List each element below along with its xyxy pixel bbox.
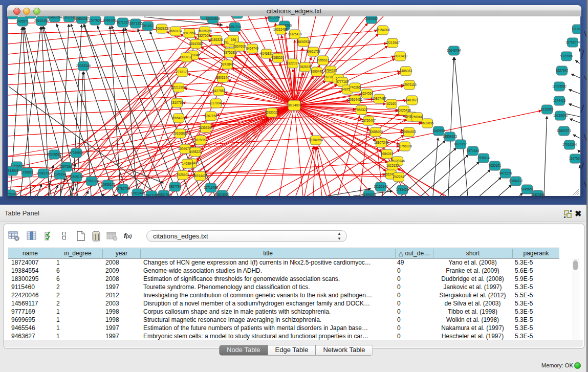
svg-text:12213967: 12213967 [385, 41, 400, 45]
svg-text:7663822: 7663822 [156, 27, 168, 30]
svg-text:16543362: 16543362 [189, 42, 204, 46]
svg-text:12505135: 12505135 [69, 175, 84, 179]
svg-text:10025438: 10025438 [397, 108, 411, 112]
svg-text:8813054: 8813054 [268, 16, 280, 19]
svg-text:19384554: 19384554 [309, 138, 323, 142]
svg-text:140994: 140994 [182, 162, 193, 165]
svg-text:9794028: 9794028 [324, 69, 337, 72]
svg-text:2867608: 2867608 [233, 45, 246, 48]
svg-text:546: 546 [231, 38, 236, 41]
svg-text:12975115: 12975115 [402, 83, 417, 86]
svg-text:19756928: 19756928 [398, 144, 412, 148]
svg-text:16671355: 16671355 [128, 21, 143, 25]
svg-text:8186328: 8186328 [210, 38, 223, 41]
svg-text:18858923: 18858923 [443, 135, 458, 138]
svg-text:3913905: 3913905 [8, 169, 19, 172]
svg-text:12213369: 12213369 [171, 85, 186, 89]
svg-text:41395376: 41395376 [362, 193, 377, 196]
svg-text:317004: 317004 [210, 101, 222, 105]
svg-text:20691406: 20691406 [34, 19, 49, 23]
svg-text:10807487: 10807487 [372, 97, 387, 100]
svg-text:8322037: 8322037 [287, 61, 299, 65]
svg-text:1156819: 1156819 [21, 170, 34, 174]
svg-text:18807249: 18807249 [374, 141, 389, 144]
svg-text:5498222: 5498222 [189, 150, 202, 154]
svg-text:8878352: 8878352 [194, 138, 207, 142]
svg-text:23975867: 23975867 [59, 165, 74, 168]
svg-text:10688609: 10688609 [368, 130, 383, 134]
svg-text:7632621: 7632621 [489, 164, 502, 167]
svg-text:9329966: 9329966 [560, 54, 573, 58]
svg-text:15136141: 15136141 [374, 185, 388, 188]
svg-text:9242848: 9242848 [221, 62, 234, 66]
svg-text:19654925: 19654925 [171, 116, 186, 120]
svg-text:10958107: 10958107 [101, 183, 116, 186]
svg-text:15692971: 15692971 [557, 129, 572, 133]
svg-text:1588520: 1588520 [272, 56, 285, 59]
svg-text:8427552: 8427552 [213, 89, 226, 93]
svg-text:7986322: 7986322 [355, 108, 368, 112]
svg-text:16782759: 16782759 [116, 187, 130, 190]
svg-text:19166827: 19166827 [173, 132, 188, 135]
svg-text:7857224: 7857224 [229, 25, 242, 29]
svg-text:62160: 62160 [387, 102, 396, 105]
svg-text:9857791: 9857791 [169, 185, 182, 188]
svg-text:12093582: 12093582 [552, 84, 567, 88]
svg-text:2803144: 2803144 [216, 76, 229, 79]
svg-text:2935114: 2935114 [477, 156, 490, 160]
svg-text:15930027: 15930027 [265, 111, 279, 114]
svg-text:10648784: 10648784 [447, 49, 462, 52]
svg-text:16154808: 16154808 [376, 28, 390, 32]
svg-text:10855287: 10855287 [75, 17, 90, 20]
svg-text:1733426: 1733426 [396, 188, 409, 191]
svg-text:8990448: 8990448 [311, 70, 323, 73]
svg-text:10654112: 10654112 [509, 179, 523, 183]
svg-text:8267150: 8267150 [205, 114, 217, 118]
svg-text:15716485: 15716485 [204, 186, 219, 189]
svg-text:9146821: 9146821 [260, 52, 273, 55]
svg-text:79402654: 79402654 [48, 16, 62, 19]
svg-text:1527602: 1527602 [89, 18, 102, 22]
svg-text:12923448: 12923448 [130, 191, 145, 195]
svg-text:11353594: 11353594 [199, 126, 213, 129]
svg-text:20053346: 20053346 [76, 64, 91, 68]
svg-text:362615: 362615 [299, 65, 311, 69]
svg-text:8660124: 8660124 [169, 29, 182, 33]
svg-text:16210643: 16210643 [553, 114, 568, 117]
svg-text:17957225: 17957225 [84, 179, 99, 183]
svg-text:10215488: 10215488 [273, 28, 288, 31]
svg-text:15720407: 15720407 [361, 119, 376, 122]
svg-text:1071915: 1071915 [117, 20, 129, 24]
svg-text:8454749: 8454749 [246, 47, 259, 50]
svg-text:17359924: 17359924 [69, 151, 84, 155]
svg-text:1117042: 1117042 [572, 27, 580, 31]
svg-text:1640953: 1640953 [432, 129, 445, 133]
svg-text:1810755: 1810755 [171, 101, 184, 104]
svg-text:15751074: 15751074 [565, 40, 580, 44]
svg-text:756064: 756064 [411, 115, 423, 119]
svg-text:8912954: 8912954 [183, 31, 196, 35]
svg-text:9699695: 9699695 [421, 121, 434, 125]
svg-text:6466160: 6466160 [103, 18, 116, 22]
svg-text:18724007: 18724007 [287, 103, 302, 107]
svg-text:252254: 252254 [393, 175, 404, 179]
svg-text:1145194: 1145194 [54, 172, 67, 176]
svg-text:7485063: 7485063 [400, 69, 412, 73]
svg-text:1405571: 1405571 [16, 19, 29, 23]
svg-text:9245652: 9245652 [521, 187, 534, 191]
svg-text:9684067: 9684067 [381, 152, 394, 156]
svg-text:8215955: 8215955 [541, 107, 554, 111]
svg-text:8471676: 8471676 [499, 171, 512, 175]
svg-text:1615132: 1615132 [386, 164, 399, 167]
svg-text:20364436: 20364436 [348, 98, 363, 101]
svg-text:9327509: 9327509 [198, 34, 210, 37]
svg-text:9463627: 9463627 [406, 98, 419, 102]
svg-text:10973493: 10973493 [393, 54, 408, 58]
svg-text:751552: 751552 [142, 24, 154, 28]
svg-text:17016504: 17016504 [562, 143, 577, 146]
svg-text:16640910: 16640910 [296, 40, 311, 43]
svg-text:3875685: 3875685 [224, 51, 236, 54]
svg-text:9777169: 9777169 [336, 80, 349, 83]
svg-text:16033809: 16033809 [206, 17, 221, 20]
svg-text:20206516: 20206516 [47, 152, 62, 156]
